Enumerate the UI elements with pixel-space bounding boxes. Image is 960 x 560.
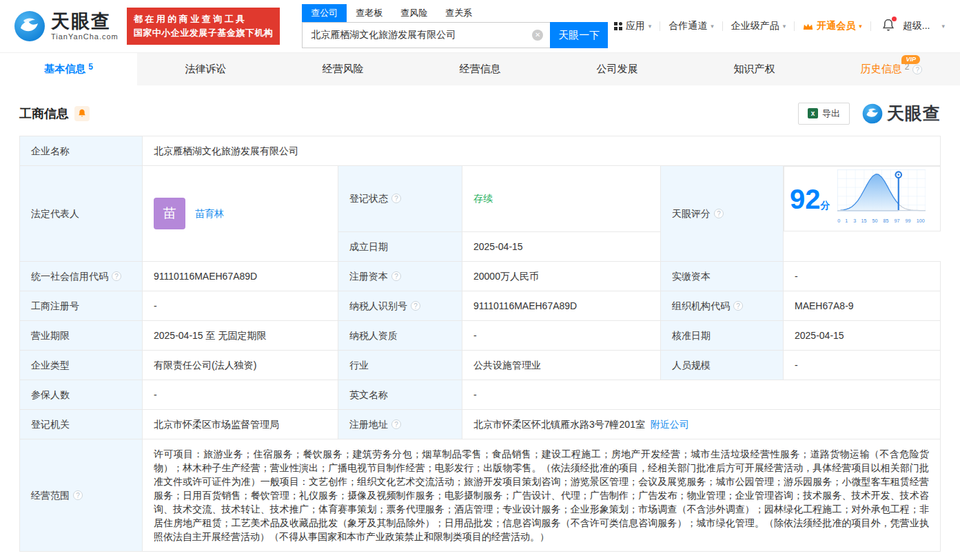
nav-open-vip-label: 开通会员 xyxy=(817,20,855,32)
credit-code-value: 91110116MAEH67A89D xyxy=(143,261,338,291)
business-info-table: 企业名称 北京雁栖湖文化旅游发展有限公司 法定代表人 苗 苗育林 登记状态? 存… xyxy=(19,136,941,552)
tianyancha-watermark-icon xyxy=(862,103,883,124)
reg-number-label: 工商注册号 xyxy=(20,291,143,320)
export-button-label: 导出 xyxy=(822,107,840,120)
business-info-section-head: 工商信息 x 导出 天眼查 xyxy=(19,102,941,125)
nav-account[interactable]: 超级... ▾ xyxy=(903,20,945,32)
excel-icon: x xyxy=(808,108,818,118)
chevron-down-icon: ▾ xyxy=(941,23,945,30)
watermark-logo: 天眼查 xyxy=(862,102,941,125)
paid-capital-label: 实缴资本 xyxy=(661,261,784,291)
nav-apps[interactable]: 应用 ▾ xyxy=(614,20,652,32)
export-button[interactable]: x 导出 xyxy=(798,103,850,125)
nav-divider xyxy=(722,21,723,31)
brand-domain: TianYanCha.com xyxy=(51,32,119,41)
nav-enterprise-label: 企业级产品 xyxy=(731,20,779,32)
business-scope-value: 许可项目：旅游业务；住宿服务；餐饮服务；建筑劳务分包；烟草制品零售；食品销售；建… xyxy=(143,439,941,551)
nav-enterprise-products[interactable]: 企业级产品 ▾ xyxy=(731,20,786,32)
tab-operating-risk[interactable]: 经营风险 xyxy=(274,53,411,85)
tab-history-info[interactable]: 历史信息 2 ? VIP xyxy=(823,53,960,85)
nav-apps-label: 应用 xyxy=(626,20,645,32)
taxpayer-id-value: 91110116MAEH67A89D xyxy=(462,291,661,320)
staff-size-value: - xyxy=(784,350,941,380)
approval-date-label: 核准日期 xyxy=(661,320,784,350)
promo-line2: 国家中小企业发展子基金旗下机构 xyxy=(134,26,274,40)
help-icon[interactable]: ? xyxy=(411,301,420,311)
tianyancha-logo[interactable]: 天眼查 TianYanCha.com xyxy=(14,10,119,42)
legal-rep-label: 法定代表人 xyxy=(20,166,143,262)
tab-operating-info[interactable]: 经营信息 xyxy=(411,53,549,85)
help-icon[interactable]: ? xyxy=(391,194,401,203)
org-code-label: 组织机构代码? xyxy=(661,291,784,320)
search-tab-boss[interactable]: 查老板 xyxy=(347,4,391,22)
company-type-label: 企业类型 xyxy=(20,350,143,380)
search-tab-company[interactable]: 查公司 xyxy=(302,4,347,22)
tianyancha-logo-icon xyxy=(14,10,45,42)
score-label: 天眼评分? xyxy=(661,166,784,262)
score-cell: 92分 xyxy=(784,166,941,231)
vip-badge: VIP xyxy=(901,55,920,64)
insured-count-label: 参保人数 xyxy=(20,380,143,409)
table-row: 工商注册号 - 纳税人识别号? 91110116MAEH67A89D 组织机构代… xyxy=(20,291,941,320)
reg-capital-value: 20000万人民币 xyxy=(462,261,661,291)
top-nav: 应用 ▾ 合作通道 ▾ 企业级产品 ▾ 开通会员 ▾ xyxy=(614,19,945,34)
table-row: 营业期限 2025-04-15 至 无固定期限 纳税人资质 - 核准日期 202… xyxy=(20,320,941,350)
promo-banner: 都在用的商业查询工具 国家中小企业发展子基金旗下机构 xyxy=(127,8,280,45)
help-icon[interactable]: ? xyxy=(391,271,401,281)
score-distribution-chart[interactable]: 0131550859799100 xyxy=(837,169,926,228)
top-header: 天眼查 TianYanCha.com 都在用的商业查询工具 国家中小企业发展子基… xyxy=(0,0,960,52)
approval-date-value: 2025-04-15 xyxy=(784,320,941,350)
table-row: 企业类型 有限责任公司(法人独资) 行业 公共设施管理业 人员规模 - xyxy=(20,350,941,380)
help-icon[interactable]: ? xyxy=(391,419,401,429)
legal-rep-link[interactable]: 苗育林 xyxy=(195,207,224,220)
notification-bell-icon[interactable] xyxy=(882,19,895,34)
search-input[interactable] xyxy=(302,22,550,48)
nav-open-vip[interactable]: 开通会员 ▾ xyxy=(803,20,862,32)
help-icon[interactable]: ? xyxy=(733,301,743,311)
reg-address-value: 北京市怀柔区怀北镇雁水路3号7幢201室 附近公司 xyxy=(462,409,941,439)
taxpayer-qualify-label: 纳税人资质 xyxy=(338,320,462,350)
reg-authority-value: 北京市怀柔区市场监督管理局 xyxy=(143,409,338,439)
staff-size-label: 人员规模 xyxy=(661,350,784,380)
industry-value: 公共设施管理业 xyxy=(462,350,661,380)
nav-divider xyxy=(870,21,871,31)
search-area: 查公司 查老板 查风险 查关系 ✕ 天眼一下 xyxy=(302,4,608,48)
reg-status-label: 登记状态? xyxy=(338,166,462,232)
help-icon[interactable]: ? xyxy=(112,271,121,281)
tab-operating-risk-label: 经营风险 xyxy=(323,63,364,76)
chevron-down-icon: ▾ xyxy=(859,23,862,30)
nearby-companies-link[interactable]: 附近公司 xyxy=(651,419,689,430)
legal-rep-avatar[interactable]: 苗 xyxy=(154,198,185,229)
table-row: 法定代表人 苗 苗育林 登记状态? 存续 天眼评分? 92分 xyxy=(20,166,941,232)
search-tab-relation[interactable]: 查关系 xyxy=(436,4,481,22)
tab-basic-info-label: 基本信息 xyxy=(44,63,85,76)
tab-company-development[interactable]: 公司发展 xyxy=(549,53,686,85)
help-icon[interactable]: ? xyxy=(912,65,922,74)
credit-code-label: 统一社会信用代码? xyxy=(20,261,143,291)
apps-grid-icon xyxy=(614,22,622,30)
establish-date-value: 2025-04-15 xyxy=(462,231,661,261)
reg-status-value: 存续 xyxy=(462,166,661,232)
help-icon[interactable]: ? xyxy=(714,209,724,218)
help-icon[interactable]: ? xyxy=(73,490,83,500)
monitor-bell-icon[interactable] xyxy=(74,106,90,121)
brand-name: 天眼查 xyxy=(51,12,119,32)
chevron-down-icon: ▾ xyxy=(783,23,786,30)
tab-basic-info[interactable]: 基本信息 5 xyxy=(0,53,137,85)
nav-divider xyxy=(794,21,795,31)
english-name-value: - xyxy=(462,380,941,409)
english-name-label: 英文名称 xyxy=(338,380,462,409)
search-button[interactable]: 天眼一下 xyxy=(550,22,608,48)
nav-account-label: 超级... xyxy=(903,20,930,32)
tab-intellectual-property[interactable]: 知识产权 xyxy=(686,53,823,85)
nav-cooperation[interactable]: 合作通道 ▾ xyxy=(668,20,714,32)
reg-address-label: 注册地址? xyxy=(338,409,462,439)
crown-icon xyxy=(803,22,813,30)
section-title: 工商信息 xyxy=(19,105,69,122)
reg-capital-label: 注册资本? xyxy=(338,261,462,291)
paid-capital-value: - xyxy=(784,261,941,291)
legal-rep-cell: 苗 苗育林 xyxy=(143,166,338,262)
tab-legal[interactable]: 法律诉讼 xyxy=(137,53,274,85)
tab-basic-info-count: 5 xyxy=(88,62,93,72)
search-tab-risk[interactable]: 查风险 xyxy=(391,4,436,22)
